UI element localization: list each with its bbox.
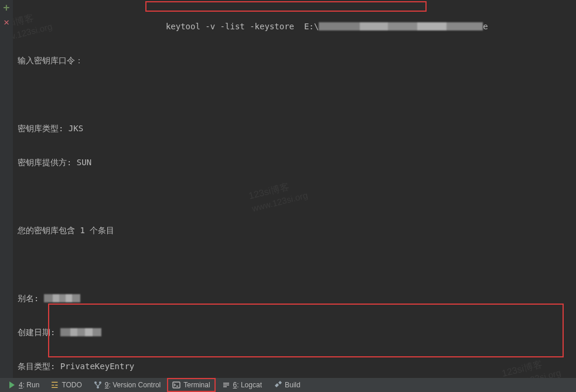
tab-build[interactable]: Build <box>268 378 306 392</box>
branch-icon <box>94 381 102 389</box>
tab-todo[interactable]: ☲ TODO <box>46 378 87 392</box>
new-session-icon[interactable]: + <box>4 2 10 13</box>
password-prompt: 输入密钥库口令： <box>18 52 571 69</box>
play-icon <box>8 381 16 389</box>
svg-point-0 <box>94 381 97 384</box>
todo-icon: ☲ <box>51 381 59 389</box>
tab-terminal[interactable]: Terminal <box>167 378 215 392</box>
svg-rect-3 <box>173 382 180 388</box>
keystore-provider: 密钥库提供方: SUN <box>18 154 571 171</box>
svg-point-1 <box>99 381 101 384</box>
entry-count: 您的密钥库包含 1 个条目 <box>18 222 571 239</box>
command-line: keytool -v -list -keystore E:\e <box>18 18 571 35</box>
close-session-icon[interactable]: ✕ <box>4 18 9 27</box>
terminal-icon <box>172 381 180 389</box>
tab-logcat[interactable]: 6: Logcat <box>217 378 267 392</box>
alias-line: 别名: <box>18 290 571 307</box>
entry-type: 条目类型: PrivateKeyEntry <box>18 358 571 375</box>
tab-run[interactable]: 4: Run <box>2 378 45 392</box>
svg-point-2 <box>97 386 99 388</box>
tab-version-control[interactable]: 9: Version Control <box>88 378 166 392</box>
logcat-icon <box>222 381 230 389</box>
hammer-icon <box>274 381 282 389</box>
terminal-output[interactable]: keytool -v -list -keystore E:\e 输入密钥库口令：… <box>13 0 576 378</box>
created-line: 创建日期: <box>18 324 571 341</box>
tool-window-bar: 4: Run ☲ TODO 9: Version Control Termina… <box>0 378 576 392</box>
keystore-type: 密钥库类型: JKS <box>18 120 571 137</box>
terminal-gutter: + ✕ <box>0 0 13 378</box>
